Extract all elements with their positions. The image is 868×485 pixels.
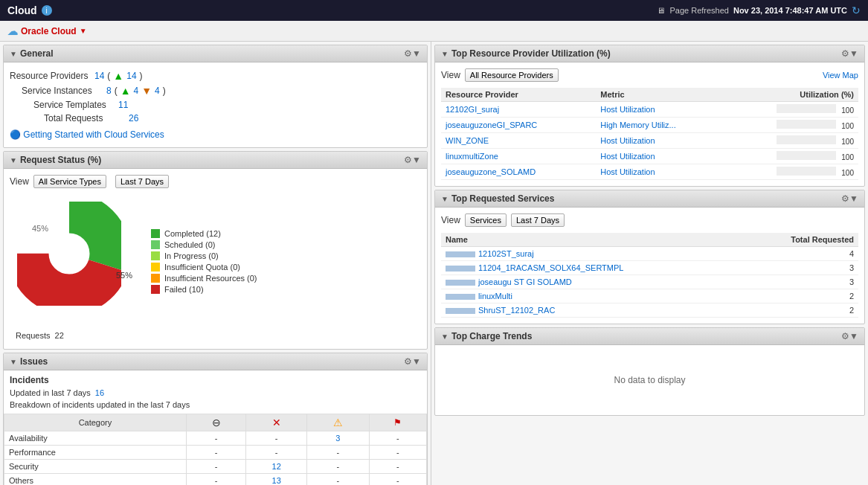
- rp-label: Resource Providers: [10, 71, 91, 81]
- incidents-table-header: Category ⊖ ✕ ⚠ ⚑: [4, 414, 427, 431]
- req-bar: [446, 266, 475, 272]
- service-type-dropdown[interactable]: All Service Types: [33, 175, 106, 188]
- si-down-icon: ▼: [141, 85, 152, 97]
- util-bar-container: [777, 135, 836, 144]
- refresh-icon[interactable]: ↻: [852, 4, 861, 16]
- rp-count[interactable]: 14: [94, 71, 104, 81]
- rp-green-count[interactable]: 14: [126, 71, 136, 81]
- req-row-name[interactable]: ShruST_12102_RAC: [441, 303, 742, 318]
- charge-title-text: Top Charge Trends: [451, 331, 532, 341]
- rp-row-metric[interactable]: High Memory Utiliz...: [596, 118, 726, 133]
- other-warning: -: [306, 474, 369, 486]
- info-icon[interactable]: i: [42, 5, 52, 16]
- util-bar-container: [777, 151, 836, 160]
- req-row-total: 4: [742, 247, 858, 261]
- rp-row-name[interactable]: WIN_ZONE: [441, 133, 596, 149]
- getting-started-row: 🔵 Getting Started with Cloud Services: [10, 125, 421, 141]
- req-row-total: 3: [742, 275, 858, 289]
- legend-label-scheduled: Scheduled (0): [164, 240, 216, 249]
- tr-gear[interactable]: ⚙▼: [841, 48, 858, 59]
- rp-row-metric[interactable]: Host Utilization: [596, 164, 726, 180]
- view-map-link[interactable]: View Map: [823, 71, 858, 80]
- avail-critical: -: [186, 431, 246, 446]
- table-row: WIN_ZONE Host Utilization 100: [441, 133, 858, 149]
- rp-row-metric[interactable]: Host Utilization: [596, 133, 726, 149]
- error-icon: ✕: [272, 417, 281, 428]
- req-bar: [446, 251, 475, 257]
- charge-gear[interactable]: ⚙▼: [841, 331, 858, 341]
- req-row-name[interactable]: 11204_1RACASM_SOLX64_SERTMPL: [441, 261, 742, 275]
- util-bar-container: [777, 104, 836, 113]
- legend-label-resources: Insufficient Resources (0): [164, 274, 257, 283]
- legend-completed: Completed (12): [151, 229, 257, 238]
- legend: Completed (12) Scheduled (0) In Progress…: [151, 229, 257, 294]
- rs-title-text: Request Status (%): [20, 155, 101, 165]
- oracle-logo[interactable]: ☁ Oracle Cloud ▼: [7, 25, 87, 37]
- rp-row-name[interactable]: joseauguzoneGI_SPARC: [441, 118, 596, 133]
- issues-header: ▼ Issues ⚙▼: [4, 353, 427, 370]
- rp-row-name[interactable]: linuxmultiZone: [441, 149, 596, 164]
- provider-filter-dropdown[interactable]: All Resource Providers: [465, 68, 559, 82]
- col-error: ✕: [246, 414, 306, 431]
- util-number: 100: [841, 122, 854, 130]
- req-row-total: 2: [742, 303, 858, 318]
- requests-count: 22: [55, 331, 64, 340]
- cat-others: Others: [4, 474, 187, 486]
- top-bar-left: Cloud i: [7, 4, 52, 16]
- tr-count[interactable]: 26: [129, 113, 138, 123]
- si-count[interactable]: 8: [106, 86, 112, 96]
- resource-table-header: Resource Provider Metric Utilization (%): [441, 88, 858, 102]
- req-row-name[interactable]: 12102ST_suraj: [441, 247, 742, 261]
- table-row: linuxMulti 2: [441, 289, 858, 303]
- req-gear[interactable]: ⚙▼: [841, 193, 858, 204]
- legend-label-failed: Failed (10): [164, 285, 204, 294]
- tr-view-row: View All Resource Providers View Map: [441, 68, 858, 82]
- avail-warning[interactable]: 3: [306, 431, 369, 446]
- top-bar: Cloud i 🖥 Page Refreshed Nov 23, 2014 7:…: [0, 0, 868, 21]
- sec-error[interactable]: 12: [246, 460, 306, 474]
- col-warning: ⚠: [306, 414, 369, 431]
- top-resource-section: ▼ Top Resource Provider Utilization (%) …: [434, 45, 865, 187]
- issues-title: ▼ Issues: [10, 356, 48, 367]
- rp-row-name[interactable]: 12102GI_suraj: [441, 102, 596, 118]
- rp-row-metric[interactable]: Host Utilization: [596, 149, 726, 164]
- general-gear[interactable]: ⚙▼: [404, 48, 421, 59]
- si-up-icon: ▲: [120, 85, 131, 97]
- perf-error: -: [246, 446, 306, 460]
- updated-count[interactable]: 16: [95, 388, 104, 397]
- getting-started-link[interactable]: Getting Started with Cloud Services: [23, 129, 164, 140]
- legend-color-resources: [151, 274, 160, 283]
- top-charge-title: ▼ Top Charge Trends: [441, 331, 532, 341]
- req-table-header: Name Total Requested: [441, 233, 858, 247]
- service-filter-dropdown[interactable]: Services: [465, 213, 507, 227]
- table-row: 12102GI_suraj Host Utilization 100: [441, 102, 858, 118]
- issues-section: ▼ Issues ⚙▼ Incidents Updated in last 7 …: [3, 353, 428, 485]
- util-number: 100: [841, 153, 854, 161]
- issues-gear[interactable]: ⚙▼: [404, 356, 421, 367]
- service-templates-row: Service Templates 11: [10, 98, 421, 112]
- req-row-name[interactable]: joseaugu ST GI SOLAMD: [441, 275, 742, 289]
- rp-row-util: 100: [726, 102, 858, 118]
- req-row-name[interactable]: linuxMulti: [441, 289, 742, 303]
- perf-critical: -: [186, 446, 246, 460]
- other-error[interactable]: 13: [246, 474, 306, 486]
- st-count[interactable]: 11: [118, 100, 128, 110]
- util-number: 100: [841, 169, 854, 177]
- top-requested-section: ▼ Top Requested Services ⚙▼ View Service…: [434, 190, 865, 324]
- req-title-text: Top Requested Services: [451, 193, 555, 204]
- dropdown-arrow[interactable]: ▼: [80, 27, 87, 35]
- rp-row-name[interactable]: joseauguzone_SOLAMD: [441, 164, 596, 180]
- rp-row-util: 100: [726, 149, 858, 164]
- top-bar-right: 🖥 Page Refreshed Nov 23, 2014 7:48:47 AM…: [657, 4, 861, 16]
- si-up[interactable]: 4: [134, 86, 139, 96]
- rs-gear[interactable]: ⚙▼: [404, 155, 421, 165]
- si-down[interactable]: 4: [155, 86, 160, 96]
- top-req-table: Name Total Requested 12102ST_suraj 4 112…: [441, 233, 858, 318]
- time-range-dropdown[interactable]: Last 7 Days: [115, 175, 169, 188]
- top-resource-header: ▼ Top Resource Provider Utilization (%) …: [435, 45, 864, 62]
- flag-icon: ⚑: [393, 417, 402, 428]
- left-panel: ▼ General ⚙▼ Resource Providers 14 ( ▲ 1…: [0, 42, 431, 485]
- req-bar: [446, 308, 475, 314]
- rp-row-metric[interactable]: Host Utilization: [596, 102, 726, 118]
- req-time-range-dropdown[interactable]: Last 7 Days: [511, 213, 565, 227]
